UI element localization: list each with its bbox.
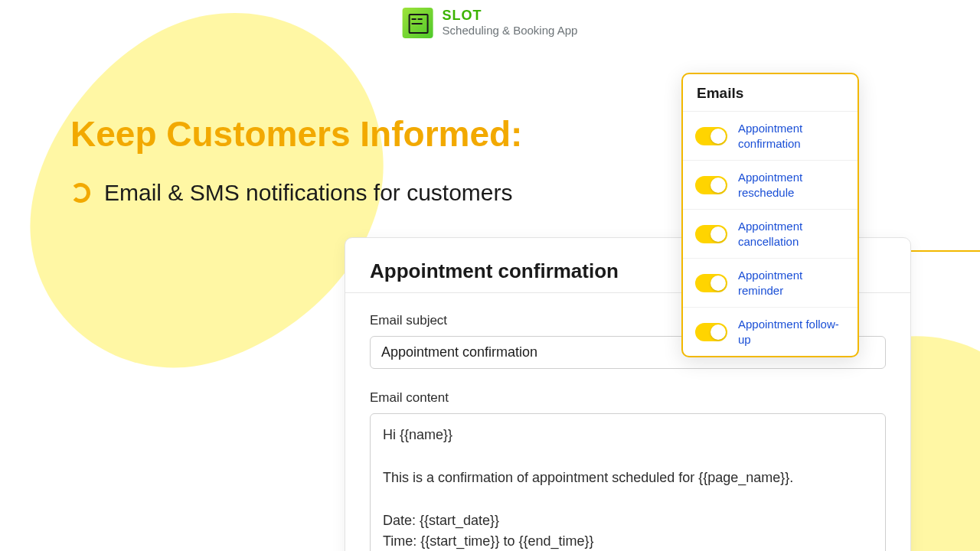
email-row-reschedule[interactable]: Appointment reschedule <box>683 161 858 210</box>
content-textarea[interactable]: Hi {{name}} This is a confirmation of ap… <box>370 413 886 551</box>
emails-panel: Emails Appointment confirmation Appointm… <box>681 73 859 357</box>
toggle-switch[interactable] <box>695 127 727 145</box>
email-row-confirmation[interactable]: Appointment confirmation <box>683 112 858 161</box>
email-row-label: Appointment reschedule <box>738 170 845 200</box>
brand-logo: SLOT Scheduling & Booking App <box>403 8 578 38</box>
loading-ring-icon <box>70 183 90 203</box>
calendar-icon <box>403 8 433 38</box>
email-row-reminder[interactable]: Appointment reminder <box>683 259 858 308</box>
hero-subtitle: Email & SMS notifications for customers <box>104 180 513 206</box>
hero-headline: Keep Customers Informed: <box>70 115 522 154</box>
email-row-followup[interactable]: Appointment follow-up <box>683 308 858 356</box>
email-row-label: Appointment follow-up <box>738 317 845 347</box>
email-row-label: Appointment cancellation <box>738 219 845 249</box>
email-row-cancellation[interactable]: Appointment cancellation <box>683 210 858 259</box>
brand-tagline: Scheduling & Booking App <box>443 22 578 38</box>
content-label: Email content <box>370 390 886 406</box>
toggle-switch[interactable] <box>695 323 727 341</box>
hero-title: Keep Customers Informed: <box>70 115 522 154</box>
toggle-switch[interactable] <box>695 274 727 292</box>
email-row-label: Appointment reminder <box>738 268 845 298</box>
toggle-switch[interactable] <box>695 225 727 243</box>
emails-panel-title: Emails <box>683 74 858 112</box>
toggle-switch[interactable] <box>695 176 727 194</box>
email-row-label: Appointment confirmation <box>738 121 845 151</box>
hero-subline: Email & SMS notifications for customers <box>70 180 513 206</box>
brand-name: SLOT <box>443 8 578 22</box>
